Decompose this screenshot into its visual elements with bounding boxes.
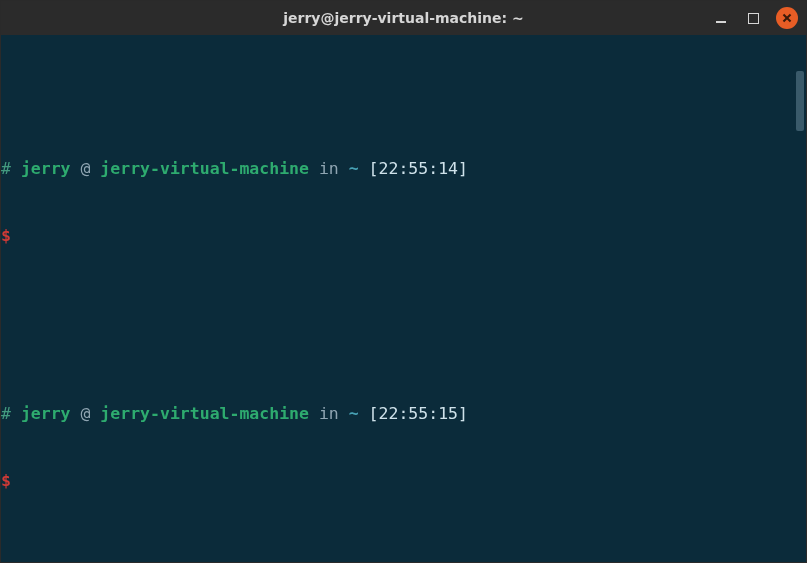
prompt-path: ~: [349, 159, 359, 178]
terminal-window: jerry@jerry-virtual-machine: ~ # jerry @…: [0, 0, 807, 563]
maximize-button[interactable]: [744, 9, 762, 27]
close-button[interactable]: [776, 7, 798, 29]
scrollbar-thumb[interactable]: [796, 71, 804, 131]
prompt-dollar-line: $: [1, 470, 806, 492]
prompt-at: @: [80, 159, 90, 178]
minimize-button[interactable]: [712, 9, 730, 27]
prompt-in: in: [319, 159, 339, 178]
prompt-line: # jerry @ jerry-virtual-machine in ~ [22…: [1, 158, 806, 180]
prompt-hash: #: [1, 159, 11, 178]
window-title: jerry@jerry-virtual-machine: ~: [283, 10, 524, 26]
prompt-user: jerry: [21, 159, 71, 178]
window-controls: [712, 1, 798, 35]
prompt-line: # jerry @ jerry-virtual-machine in ~ [22…: [1, 403, 806, 425]
prompt-host: jerry-virtual-machine: [100, 159, 309, 178]
titlebar[interactable]: jerry@jerry-virtual-machine: ~: [1, 1, 806, 35]
prompt-time: [22:55:14]: [369, 159, 468, 178]
prompt-dollar-line: $: [1, 225, 806, 247]
prompt-dollar: $: [1, 226, 11, 245]
terminal-body[interactable]: # jerry @ jerry-virtual-machine in ~ [22…: [1, 35, 806, 562]
